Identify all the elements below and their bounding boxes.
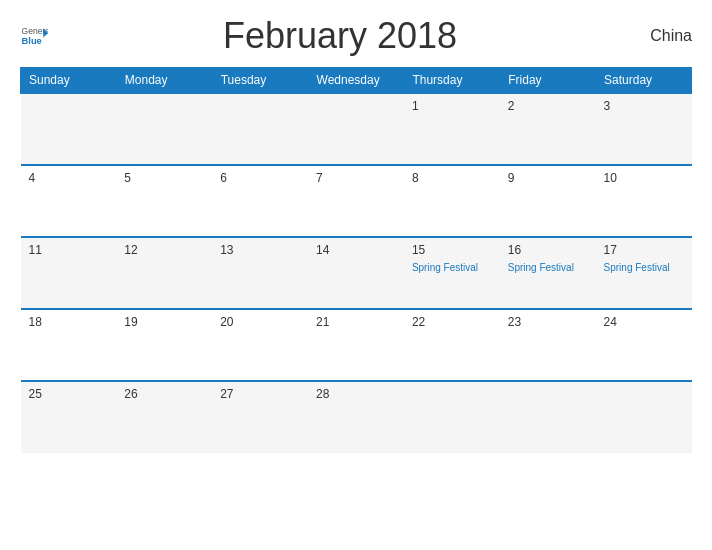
day-number: 23 (508, 315, 588, 329)
event-label: Spring Festival (604, 261, 684, 274)
day-number: 10 (604, 171, 684, 185)
day-number: 2 (508, 99, 588, 113)
page: General Blue February 2018 China Sunday … (0, 0, 712, 550)
day-number: 18 (29, 315, 109, 329)
event-label: Spring Festival (412, 261, 492, 274)
day-number: 1 (412, 99, 492, 113)
calendar-cell: 18 (21, 309, 117, 381)
day-number: 19 (124, 315, 204, 329)
svg-text:Blue: Blue (22, 36, 42, 46)
calendar-cell: 23 (500, 309, 596, 381)
logo: General Blue (20, 22, 48, 50)
header-tuesday: Tuesday (212, 68, 308, 94)
calendar-cell: 2 (500, 93, 596, 165)
calendar-week-row: 18192021222324 (21, 309, 692, 381)
calendar-cell: 13 (212, 237, 308, 309)
calendar-cell (116, 93, 212, 165)
calendar-cell: 20 (212, 309, 308, 381)
calendar-cell: 3 (596, 93, 692, 165)
calendar-cell: 9 (500, 165, 596, 237)
day-number: 14 (316, 243, 396, 257)
calendar-cell: 10 (596, 165, 692, 237)
event-label: Spring Festival (508, 261, 588, 274)
calendar-cell: 26 (116, 381, 212, 453)
calendar-cell: 28 (308, 381, 404, 453)
calendar-cell: 22 (404, 309, 500, 381)
country-label: China (632, 27, 692, 45)
day-number: 3 (604, 99, 684, 113)
generalblue-logo-icon: General Blue (20, 22, 48, 50)
calendar-cell: 4 (21, 165, 117, 237)
calendar-cell: 27 (212, 381, 308, 453)
calendar-cell: 24 (596, 309, 692, 381)
day-number: 26 (124, 387, 204, 401)
day-number: 21 (316, 315, 396, 329)
calendar-cell: 21 (308, 309, 404, 381)
calendar-cell: 11 (21, 237, 117, 309)
header-saturday: Saturday (596, 68, 692, 94)
header-monday: Monday (116, 68, 212, 94)
day-number: 13 (220, 243, 300, 257)
calendar-cell: 5 (116, 165, 212, 237)
calendar-cell: 12 (116, 237, 212, 309)
day-number: 24 (604, 315, 684, 329)
day-number: 6 (220, 171, 300, 185)
header-sunday: Sunday (21, 68, 117, 94)
day-number: 20 (220, 315, 300, 329)
calendar-cell (596, 381, 692, 453)
calendar-cell: 6 (212, 165, 308, 237)
day-number: 22 (412, 315, 492, 329)
calendar-week-row: 25262728 (21, 381, 692, 453)
day-number: 27 (220, 387, 300, 401)
calendar-cell (308, 93, 404, 165)
day-number: 15 (412, 243, 492, 257)
calendar-cell (404, 381, 500, 453)
header-friday: Friday (500, 68, 596, 94)
calendar-cell: 8 (404, 165, 500, 237)
day-number: 7 (316, 171, 396, 185)
calendar-cell (212, 93, 308, 165)
day-number: 12 (124, 243, 204, 257)
calendar-cell: 7 (308, 165, 404, 237)
day-number: 9 (508, 171, 588, 185)
calendar-title: February 2018 (48, 15, 632, 57)
header: General Blue February 2018 China (20, 15, 692, 57)
calendar-cell (21, 93, 117, 165)
header-thursday: Thursday (404, 68, 500, 94)
calendar-cell: 25 (21, 381, 117, 453)
calendar-cell: 14 (308, 237, 404, 309)
day-number: 8 (412, 171, 492, 185)
calendar-week-row: 1112131415Spring Festival16Spring Festiv… (21, 237, 692, 309)
day-number: 11 (29, 243, 109, 257)
calendar-week-row: 123 (21, 93, 692, 165)
calendar-table: Sunday Monday Tuesday Wednesday Thursday… (20, 67, 692, 453)
calendar-cell (500, 381, 596, 453)
day-number: 4 (29, 171, 109, 185)
day-number: 17 (604, 243, 684, 257)
day-number: 16 (508, 243, 588, 257)
day-number: 5 (124, 171, 204, 185)
day-number: 28 (316, 387, 396, 401)
calendar-week-row: 45678910 (21, 165, 692, 237)
calendar-cell: 16Spring Festival (500, 237, 596, 309)
calendar-cell: 15Spring Festival (404, 237, 500, 309)
calendar-cell: 19 (116, 309, 212, 381)
calendar-header-row: Sunday Monday Tuesday Wednesday Thursday… (21, 68, 692, 94)
calendar-cell: 17Spring Festival (596, 237, 692, 309)
header-wednesday: Wednesday (308, 68, 404, 94)
calendar-cell: 1 (404, 93, 500, 165)
day-number: 25 (29, 387, 109, 401)
